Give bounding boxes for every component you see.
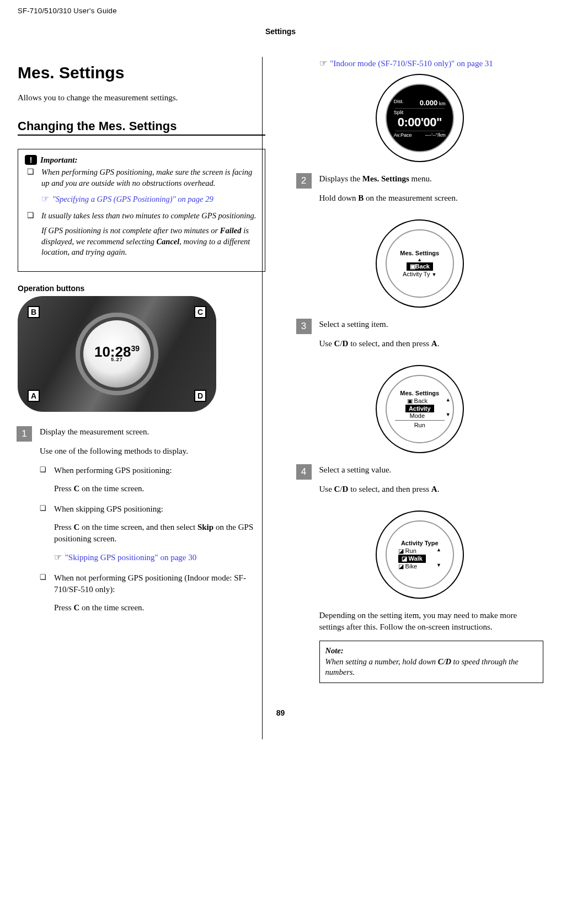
lead-text: Allows you to change the measurement set… xyxy=(18,93,265,103)
step-2: 2 Displays the Mes. Settings menu. Hold … xyxy=(296,173,544,212)
watch-face: 10:2839 5.27 xyxy=(76,313,158,395)
cross-ref-link[interactable]: ☞ "Specifying a GPS (GPS Positioning)" o… xyxy=(41,193,258,205)
list-item: When performing GPS positioning: Press C… xyxy=(40,465,265,495)
important-label: Important: xyxy=(40,155,78,165)
list-item: When skipping GPS positioning: Press C o… xyxy=(40,503,265,563)
watch-figure: 10:2839 5.27 A B C D xyxy=(18,296,216,412)
step-4: 4 Select a setting value. Use C/D to sel… xyxy=(296,464,544,503)
column-divider xyxy=(262,57,263,739)
step-text: Displays the Mes. Settings menu. xyxy=(319,173,544,185)
cross-ref-link[interactable]: ☞ "Skipping GPS positioning" on page 30 xyxy=(54,551,265,563)
step-number: 3 xyxy=(296,319,312,334)
important-box: ! Important: When performing GPS positio… xyxy=(18,149,265,272)
cross-ref-link[interactable]: ☞ "Indoor mode (SF-710/SF-510 only)" on … xyxy=(319,58,544,68)
section-header: Settings xyxy=(18,27,543,36)
important-item: When performing GPS positioning, make su… xyxy=(25,167,258,205)
step-text: Depending on the setting item, you may n… xyxy=(319,610,544,633)
step-text: Select a setting item. xyxy=(319,319,544,330)
step-number: 2 xyxy=(296,173,312,189)
step-text: Use C/D to select, and then press A. xyxy=(319,484,544,495)
button-label-c: C xyxy=(194,306,206,318)
step-text: Hold down B on the measurement screen. xyxy=(319,192,544,204)
step-text: Select a setting value. xyxy=(319,464,544,476)
device-screen: Activity Type ◪ Run ▲ ◪ Walk ◪ Bike ▼ xyxy=(376,511,464,599)
important-item: It usually takes less than two minutes t… xyxy=(25,211,258,258)
step-text: Use C/D to select, and then press A. xyxy=(319,338,544,350)
device-screen: Mes. Settings ▲ ▣Back Activity Ty ▼ xyxy=(376,219,464,308)
note-box: Note: When setting a number, hold down C… xyxy=(319,641,544,683)
page-title: Mes. Settings xyxy=(18,63,265,82)
step-text: Use one of the following methods to disp… xyxy=(40,445,265,457)
note-title: Note: xyxy=(325,646,344,655)
button-label-a: A xyxy=(28,390,40,402)
page-number: 89 xyxy=(18,708,543,717)
step-number: 1 xyxy=(17,426,32,442)
step-number: 4 xyxy=(296,464,312,480)
step-3: 3 Select a setting item. Use C/D to sele… xyxy=(296,319,544,357)
step-1: 1 Display the measurement screen. Use on… xyxy=(18,426,265,622)
step-text: Display the measurement screen. xyxy=(40,426,265,438)
subheading: Changing the Mes. Settings xyxy=(18,119,265,136)
device-screen: Mes. Settings ▣ Back ▲ Activity Mode ▼ R… xyxy=(376,365,464,453)
operation-buttons-label: Operation buttons xyxy=(18,284,265,293)
button-label-b: B xyxy=(28,306,40,318)
button-label-d: D xyxy=(194,390,206,402)
important-icon: ! xyxy=(25,155,37,165)
list-item: When not performing GPS positioning (Ind… xyxy=(40,572,265,614)
doc-header: SF-710/510/310 User's Guide xyxy=(18,0,543,17)
device-screen: Dist.0.000 km Split 0:00'00" Av.Pace----… xyxy=(376,74,464,162)
